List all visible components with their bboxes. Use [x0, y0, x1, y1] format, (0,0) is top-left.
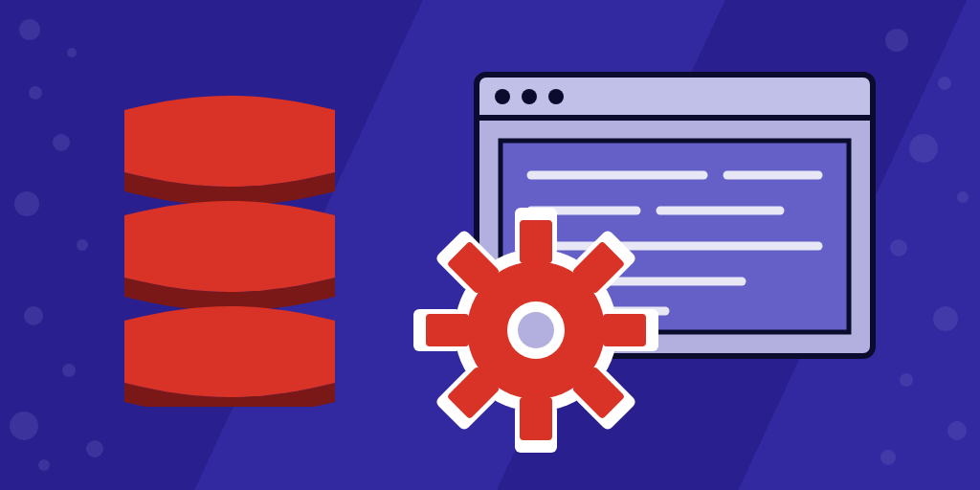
gear-icon [412, 206, 660, 455]
svg-point-5 [548, 89, 564, 104]
scala-logo-icon [115, 81, 345, 407]
svg-point-3 [495, 89, 510, 104]
svg-point-4 [522, 89, 537, 104]
svg-rect-17 [520, 220, 552, 263]
svg-point-19 [518, 312, 554, 348]
